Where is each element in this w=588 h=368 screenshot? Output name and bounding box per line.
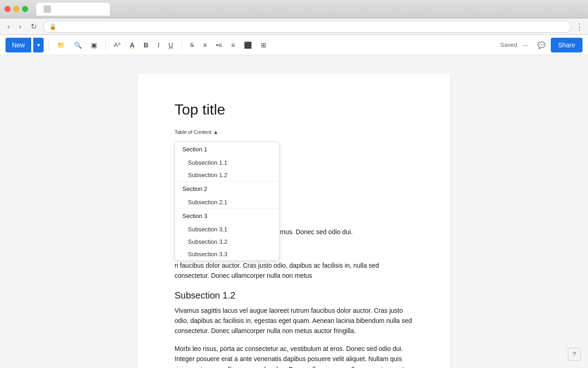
strikethrough-button[interactable]: S̶ [187, 38, 198, 52]
layout-button[interactable]: ▣ [87, 38, 101, 52]
unordered-list-button[interactable]: •≡ [212, 38, 226, 52]
ordered-list-button[interactable]: ≡ [199, 38, 210, 52]
body-paragraph-3: n faucibus dolor auctor. Cras justo odio… [175, 260, 413, 281]
browser-menu-icon[interactable]: ⋮ [575, 22, 583, 32]
toc-section-2[interactable]: Section 2 [175, 182, 279, 196]
more-icon: ··· [523, 41, 528, 49]
font-size-icon: Aᴬ [114, 41, 121, 48]
italic-icon: I [158, 41, 159, 49]
document: Top title Table of Content ▲ Section 1 S… [138, 74, 450, 368]
search-icon: 🔍 [74, 41, 82, 49]
link-icon: ⬛ [244, 41, 252, 49]
more-options-button[interactable]: ··· [519, 38, 532, 52]
toolbar-separator-2 [105, 40, 106, 51]
body-paragraph-4: Morbi leo risus, porta ac consectetur ac… [175, 344, 413, 368]
toc-collapse-arrow[interactable]: ▲ [213, 129, 218, 135]
toc-label[interactable]: Table of Content ▲ [175, 129, 413, 135]
subsection-1-2-heading: Subsection 1.2 [175, 290, 413, 301]
toc-popup: Section 1 Subsection 1.1 Subsection 1.2 … [175, 142, 279, 261]
editor-area[interactable]: Top title Table of Content ▲ Section 1 S… [0, 55, 588, 368]
main-area: Top title Table of Content ▲ Section 1 S… [0, 55, 588, 368]
toc-label-text: Table of Content [175, 129, 211, 135]
comments-button[interactable]: 💬 [534, 38, 549, 52]
close-button[interactable] [5, 6, 11, 12]
toc-subsection-3-3[interactable]: Subsection 3.3 [175, 248, 279, 260]
table-icon: ⊞ [261, 41, 266, 49]
underline-icon: U [169, 41, 173, 49]
help-button[interactable]: ? [568, 348, 581, 361]
folder-icon: 📁 [57, 41, 65, 49]
align-button[interactable]: ≡ [227, 38, 238, 52]
address-bar: ‹ › ↻ 🔒 ⋮ [0, 18, 588, 35]
bold-button[interactable]: B [140, 38, 152, 52]
search-button[interactable]: 🔍 [70, 38, 85, 52]
align-icon: ≡ [231, 41, 235, 49]
url-bar[interactable]: 🔒 [43, 21, 571, 33]
saved-status: Saved [500, 41, 517, 48]
traffic-lights [5, 6, 28, 12]
reload-button[interactable]: ↻ [28, 20, 40, 33]
toc-subsection-3-1[interactable]: Subsection 3.1 [175, 223, 279, 236]
toc-subsection-1-1[interactable]: Subsection 1.1 [175, 156, 279, 169]
link-button[interactable]: ⬛ [240, 38, 255, 52]
bold-icon: B [144, 41, 148, 49]
title-bar [0, 0, 588, 18]
toc-subsection-1-2[interactable]: Subsection 1.2 [175, 169, 279, 181]
layout-icon: ▣ [91, 41, 97, 49]
comment-icon: 💬 [537, 41, 545, 49]
new-dropdown-button[interactable]: ▾ [33, 38, 44, 52]
maximize-button[interactable] [22, 6, 28, 12]
toolbar-separator-1 [48, 40, 49, 51]
toolbar-separator-3 [181, 40, 182, 51]
toc-section-1[interactable]: Section 1 [175, 142, 279, 156]
strikethrough-icon: S̶ [190, 42, 194, 48]
toc-section-3[interactable]: Section 3 [175, 209, 279, 223]
forward-button[interactable]: › [16, 21, 24, 33]
toolbar: New ▾ 📁 🔍 ▣ Aᴬ A B I U S̶ ≡ •≡ ≡ ⬛ ⊞ Sav… [0, 35, 588, 55]
folder-button[interactable]: 📁 [53, 38, 68, 52]
back-button[interactable]: ‹ [5, 21, 12, 33]
active-tab[interactable] [36, 3, 110, 16]
toc-subsection-2-1[interactable]: Subsection 2.1 [175, 196, 279, 208]
font-color-button[interactable]: A [126, 38, 138, 52]
table-button[interactable]: ⊞ [257, 38, 270, 52]
underline-button[interactable]: U [165, 38, 177, 52]
subsection-1-2-text: Vivamus sagittis lacus vel augue laoreet… [175, 305, 413, 336]
toc-subsection-3-2[interactable]: Subsection 3.2 [175, 236, 279, 248]
font-size-button[interactable]: Aᴬ [110, 38, 124, 52]
minimize-button[interactable] [13, 6, 19, 12]
new-button[interactable]: New [6, 38, 31, 52]
ordered-list-icon: ≡ [203, 41, 207, 49]
tab-icon [44, 6, 51, 13]
italic-button[interactable]: I [154, 38, 163, 52]
share-button[interactable]: Share [551, 38, 582, 52]
tab-bar [36, 3, 583, 16]
document-title: Top title [175, 101, 413, 118]
unordered-list-icon: •≡ [216, 41, 222, 49]
url-lock-icon: 🔒 [49, 23, 57, 30]
font-color-icon: A [130, 41, 135, 49]
